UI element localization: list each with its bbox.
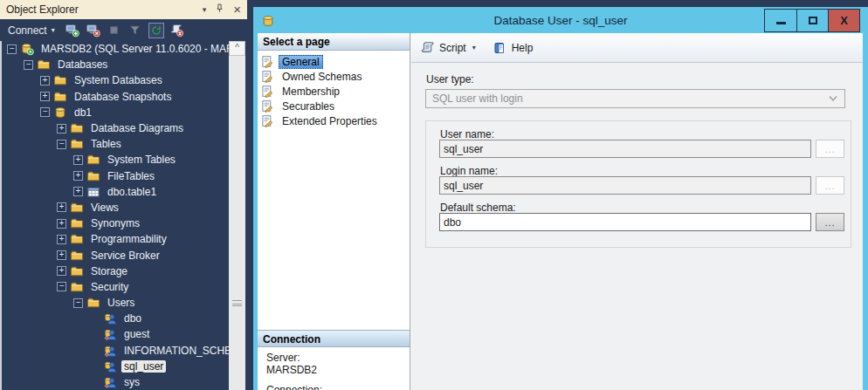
connect-caret-icon: ▾ [52, 26, 55, 34]
tree-item-users[interactable]: −Users [2, 295, 229, 311]
expand-icon[interactable]: + [40, 92, 50, 101]
expander-spacer [90, 378, 100, 387]
tree-item-views[interactable]: +Views [2, 200, 229, 216]
minimize-button[interactable] [765, 10, 796, 31]
tree-item-dbo[interactable]: dbo [2, 311, 229, 326]
user-form: User type: SQL user with login User name… [411, 63, 863, 390]
folder-icon [70, 280, 85, 294]
tree-item-system-tables[interactable]: +System Tables [2, 152, 229, 168]
tree-item-database-snapshots[interactable]: +Database Snapshots [2, 89, 229, 105]
expand-icon[interactable]: + [40, 76, 50, 86]
tree-item-dbo-table1[interactable]: +dbo.table1 [2, 184, 229, 200]
tree-item-information-schema[interactable]: INFORMATION_SCHEMA [2, 343, 229, 359]
tree-item-db1[interactable]: −db1 [2, 105, 229, 120]
tree-item-sql-user[interactable]: sql_user [2, 359, 229, 374]
close-panel-icon[interactable]: × [233, 4, 241, 15]
script-dropdown-icon[interactable]: ▾ [472, 44, 476, 51]
expand-icon[interactable]: + [57, 124, 66, 133]
scrollbar-grip[interactable] [232, 300, 242, 306]
expand-icon[interactable]: + [57, 235, 66, 244]
tree-item-service-broker[interactable]: +Service Broker [2, 247, 229, 263]
tree-item-storage[interactable]: +Storage [2, 263, 229, 279]
maximize-button[interactable] [796, 10, 828, 31]
connect-server-icon[interactable] [65, 23, 80, 38]
tree-item-label: FileTables [105, 170, 157, 182]
page-icon [261, 55, 275, 69]
expand-icon[interactable]: + [57, 266, 66, 276]
page-item-label: Extended Properties [279, 114, 381, 128]
collapse-icon[interactable]: − [57, 140, 66, 149]
expand-icon[interactable]: + [73, 171, 83, 181]
login-name-browse-button: ... [816, 176, 844, 195]
folder-icon [70, 249, 85, 263]
window-buttons: X [764, 9, 860, 32]
object-explorer-panel: Object Explorer ▾ × Connect ▾ −MARSDB2 (… [0, 0, 247, 390]
collapse-icon[interactable]: − [24, 60, 33, 70]
script-button[interactable]: Script [439, 42, 466, 54]
tree-item-programmability[interactable]: +Programmability [2, 231, 229, 247]
tree-item-databases[interactable]: −Databases [2, 57, 229, 72]
stop-icon[interactable] [107, 23, 122, 38]
tree-item-label: Programmability [88, 233, 169, 245]
tree-item-security[interactable]: −Security [2, 279, 229, 295]
script-error-icon[interactable] [169, 23, 185, 38]
tree-item-marsdb2-sql-server-11-0-6020-marsd[interactable]: −MARSDB2 (SQL Server 11.0.6020 - MARSD [2, 41, 229, 57]
tree-item-filetables[interactable]: +FileTables [2, 168, 229, 184]
tree-item-system-databases[interactable]: +System Databases [2, 72, 229, 88]
tree-item-database-diagrams[interactable]: +Database Diagrams [2, 120, 229, 136]
folder-icon [37, 58, 52, 72]
default-schema-browse-button[interactable]: ... [816, 213, 844, 231]
user-type-label: User type: [426, 73, 474, 86]
collapse-icon[interactable]: − [57, 282, 66, 291]
window-menu-caret-icon[interactable]: ▾ [203, 5, 207, 14]
page-item-label: General [279, 55, 323, 69]
expand-icon[interactable]: + [57, 219, 66, 229]
page-icon [261, 99, 275, 113]
scroll-up-icon[interactable]: ^ [229, 41, 245, 56]
tree-item-label: Service Broker [88, 250, 162, 262]
page-icon [261, 70, 275, 84]
expand-icon[interactable]: + [73, 187, 83, 196]
page-item-securables[interactable]: Securables [261, 99, 410, 113]
page-icon [261, 85, 275, 99]
tree-item-label: Tables [88, 138, 124, 150]
page-item-extended-properties[interactable]: Extended Properties [261, 113, 410, 128]
tree-item-guest[interactable]: guest [2, 326, 229, 342]
pin-icon[interactable] [214, 3, 225, 17]
collapse-icon[interactable]: − [40, 107, 50, 117]
disconnect-server-icon[interactable] [86, 23, 101, 38]
database-user-dialog: Database User - sql_user X Select a page… [253, 7, 868, 390]
expand-icon[interactable]: + [57, 202, 66, 212]
expander-spacer [90, 346, 100, 355]
tree-item-synonyms[interactable]: +Synonyms [2, 216, 229, 231]
connect-button[interactable]: Connect ▾ [5, 23, 58, 38]
expand-icon[interactable]: + [73, 155, 83, 165]
page-item-label: Securables [279, 99, 338, 113]
collapse-icon[interactable]: − [7, 44, 17, 54]
page-item-membership[interactable]: Membership [261, 85, 410, 99]
user-disabled-icon [103, 344, 118, 358]
tree-item-sys[interactable]: sys [2, 374, 229, 390]
collapse-icon[interactable]: − [73, 298, 83, 308]
connect-button-label: Connect [8, 24, 47, 37]
page-icon [261, 114, 275, 128]
default-schema-input[interactable] [439, 213, 811, 231]
help-button[interactable]: Help [512, 42, 534, 54]
tree-item-tables[interactable]: −Tables [2, 136, 229, 152]
help-icon [493, 40, 507, 55]
filter-icon[interactable] [127, 23, 143, 38]
dialog-titlebar[interactable]: Database User - sql_user X [253, 7, 868, 33]
refresh-icon[interactable] [148, 23, 164, 38]
expander-spacer [90, 330, 100, 339]
server-label: Server: [266, 352, 410, 364]
page-item-owned-schemas[interactable]: Owned Schemas [261, 70, 410, 85]
object-explorer-scrollbar[interactable]: ^ [229, 41, 245, 390]
user-type-select[interactable]: SQL user with login [425, 89, 845, 108]
page-item-general[interactable]: General [261, 55, 410, 70]
close-button[interactable]: X [828, 10, 859, 31]
folder-icon [53, 90, 68, 104]
connection-header: Connection [258, 330, 410, 347]
user-disabled-icon [103, 327, 118, 341]
tree-item-label: System Databases [72, 74, 165, 86]
expand-icon[interactable]: + [57, 250, 66, 260]
